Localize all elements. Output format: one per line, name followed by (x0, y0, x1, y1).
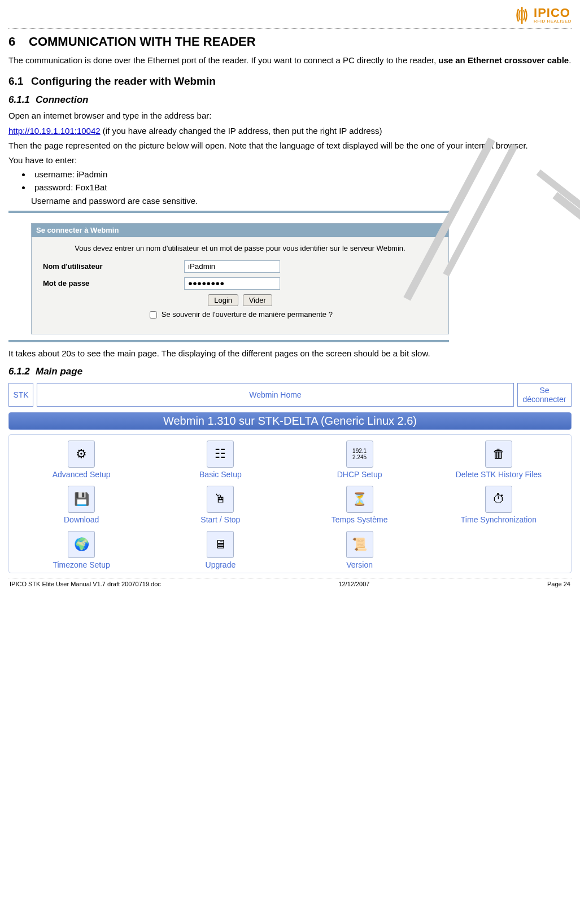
intro-text-prefix: The communication is done over the Ether… (8, 55, 438, 65)
module-icon: 🌍 (68, 531, 95, 558)
heading-2-number: 6.1 (8, 75, 31, 88)
webmin-module-panel: ⚙Advanced Setup☷Basic Setup192.1 2.245DH… (8, 434, 572, 573)
webmin-module-item[interactable]: 192.1 2.245DHCP Setup (296, 441, 424, 479)
heading-1-number: 6 (8, 34, 29, 49)
heading-1-title: COMMUNICATION WITH THE READER (29, 34, 256, 49)
intro-text-suffix: . (569, 55, 571, 65)
module-icon: ⚙ (68, 441, 95, 468)
logo: IPICO RFID REALISED (513, 6, 572, 25)
remember-checkbox[interactable] (150, 311, 157, 319)
module-label: Version (296, 560, 424, 569)
heading-3-mainpage: 6.1.2Main page (8, 366, 572, 377)
username-input[interactable] (184, 260, 280, 273)
module-icon: 💾 (68, 486, 95, 513)
password-label: Mot de passe (43, 279, 184, 287)
heading-1: 6COMMUNICATION WITH THE READER (8, 34, 572, 49)
credential-username: username: iPadmin (31, 169, 572, 179)
page-footer: IPICO STK Elite User Manual V1.7 draft 2… (8, 581, 572, 587)
password-input[interactable] (184, 277, 280, 290)
webmin-toolbar: STK Webmin Home Se déconnecter (8, 383, 572, 407)
module-icon: 192.1 2.245 (346, 441, 373, 468)
webmin-module-item[interactable]: ☷Basic Setup (156, 441, 284, 479)
module-label: Timezone Setup (18, 560, 145, 569)
screenshot-bottom-separator (8, 340, 449, 342)
heading-3a-title: Connection (36, 94, 89, 105)
module-label: Delete STK History Files (435, 470, 562, 479)
url-suffix: (if you have already changed the IP addr… (101, 126, 382, 136)
paragraph-then: Then the page represented on the picture… (8, 140, 572, 151)
credential-password: password: Fox1Bat (31, 182, 572, 192)
module-label: Download (18, 515, 145, 524)
login-message: Vous devez entrer un nom d'utilisateur e… (43, 244, 437, 252)
logo-text: IPICO (534, 7, 572, 19)
paragraph-url: http://10.19.1.101:10042 (if you have al… (8, 125, 572, 137)
module-label: Basic Setup (156, 470, 284, 479)
module-icon: ⏳ (346, 486, 373, 513)
webmin-logout-button[interactable]: Se déconnecter (517, 383, 572, 407)
webmin-module-item[interactable]: ⏳Temps Système (296, 486, 424, 524)
webmin-login-dialog: Se connecter à Webmin Vous devez entrer … (31, 223, 449, 334)
heading-2: 6.1Configuring the reader with Webmin (8, 75, 572, 88)
webmin-stk-button[interactable]: STK (8, 383, 33, 407)
footer-separator (8, 578, 572, 578)
footer-filename: IPICO STK Elite User Manual V1.7 draft 2… (10, 581, 161, 587)
module-label: Advanced Setup (18, 470, 145, 479)
module-icon: 🗑 (485, 441, 512, 468)
screenshot-top-separator (8, 211, 449, 213)
module-icon: 🖥 (207, 531, 234, 558)
svg-rect-0 (521, 7, 523, 24)
login-button[interactable]: Login (208, 294, 238, 306)
module-label: Temps Système (296, 515, 424, 524)
username-label: Nom d'utilisateur (43, 262, 184, 271)
webmin-module-item[interactable]: 🗑Delete STK History Files (435, 441, 562, 479)
credentials-list: username: iPadmin password: Fox1Bat (31, 169, 572, 192)
header-separator (8, 28, 572, 29)
webmin-module-item[interactable]: 🌍Timezone Setup (18, 531, 145, 569)
paragraph-open-browser: Open an internet browser and type in the… (8, 110, 572, 121)
logo-emblem-icon (513, 6, 530, 25)
webmin-url-link[interactable]: http://10.19.1.101:10042 (8, 126, 101, 136)
heading-3-connection: 6.1.1Connection (8, 94, 572, 106)
logo-subtext: RFID REALISED (534, 19, 572, 24)
module-label: DHCP Setup (296, 470, 424, 479)
module-label: Time Synchronization (435, 515, 562, 524)
webmin-module-item[interactable]: ⚙Advanced Setup (18, 441, 145, 479)
module-icon: 📜 (346, 531, 373, 558)
footer-page: Page 24 (547, 581, 570, 587)
heading-2-title: Configuring the reader with Webmin (31, 75, 216, 87)
heading-3a-number: 6.1.1 (8, 94, 36, 106)
webmin-module-item[interactable]: 🖥Upgrade (156, 531, 284, 569)
module-icon: 🖱 (207, 486, 234, 513)
webmin-module-item[interactable]: ⏱Time Synchronization (435, 486, 562, 524)
credentials-note: Username and password are case sensitive… (31, 195, 572, 207)
module-icon: ☷ (207, 441, 234, 468)
footer-date: 12/12/2007 (338, 581, 369, 587)
header: IPICO RFID REALISED (8, 6, 572, 27)
webmin-title-bar: Webmin 1.310 sur STK-DELTA (Generic Linu… (8, 412, 572, 430)
webmin-module-item[interactable]: 🖱Start / Stop (156, 486, 284, 524)
module-label: Start / Stop (156, 515, 284, 524)
webmin-home-button[interactable]: Webmin Home (37, 383, 514, 407)
webmin-module-item[interactable]: 📜Version (296, 531, 424, 569)
module-label: Upgrade (156, 560, 284, 569)
login-dialog-title: Se connecter à Webmin (32, 224, 448, 237)
webmin-module-item[interactable]: 💾Download (18, 486, 145, 524)
heading-3b-number: 6.1.2 (8, 366, 36, 377)
clear-button[interactable]: Vider (243, 294, 272, 306)
paragraph-enter: You have to enter: (8, 155, 572, 166)
remember-label: Se souvenir de l'ouverture de manière pe… (162, 310, 333, 318)
paragraph-after-login: It takes about 20s to see the main page.… (8, 348, 572, 359)
module-icon: ⏱ (485, 486, 512, 513)
paragraph-intro: The communication is done over the Ether… (8, 55, 572, 66)
intro-bold: use an Ethernet crossover cable (438, 55, 569, 65)
heading-3b-title: Main page (36, 366, 82, 377)
